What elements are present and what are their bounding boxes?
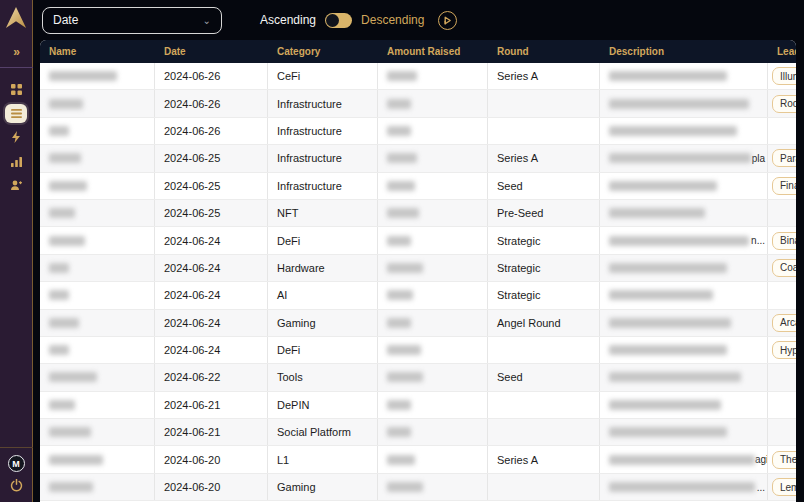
redacted-text [609, 400, 721, 410]
column-header[interactable]: Category [268, 40, 378, 63]
table-row[interactable]: 2024-06-24DeFiHyper [40, 337, 796, 364]
redacted-text [387, 153, 417, 163]
lead-investor-cell: Illumi [768, 63, 796, 89]
run-button[interactable] [438, 11, 457, 30]
table-row[interactable]: 2024-06-24GamingAngel RoundArca [40, 310, 796, 337]
round-cell [488, 474, 600, 500]
category-cell: Gaming [268, 310, 378, 336]
lead-investor-badge[interactable]: Arca [772, 314, 796, 332]
date-cell: 2024-06-24 [155, 310, 268, 336]
round-cell: Pre-Seed [488, 200, 600, 226]
lead-investor-cell [768, 200, 796, 226]
table-row[interactable]: 2024-06-20L1Series AagiThe S [40, 446, 796, 473]
category-cell: DePIN [268, 392, 378, 418]
column-header[interactable]: Description [600, 40, 768, 63]
date-cell: 2024-06-24 [155, 337, 268, 363]
redacted-text [387, 290, 413, 300]
description-cell: ... [600, 474, 768, 500]
round-cell [488, 392, 600, 418]
table-row[interactable]: 2024-06-26CeFiSeries AIllumi [40, 63, 796, 90]
name-cell [40, 255, 155, 281]
description-cell [600, 392, 768, 418]
lead-investor-badge[interactable]: The S [772, 451, 796, 469]
category-cell: AI [268, 282, 378, 308]
list-icon [11, 105, 22, 123]
date-cell: 2024-06-20 [155, 446, 268, 472]
redacted-text [387, 71, 417, 81]
lead-investor-badge[interactable]: Illumi [772, 67, 796, 85]
name-cell [40, 200, 155, 226]
sort-direction-toggle[interactable] [325, 13, 352, 28]
lead-investor-badge[interactable]: Final [772, 177, 796, 195]
amount-cell [378, 337, 488, 363]
round-cell: Series A [488, 63, 600, 89]
name-cell [40, 474, 155, 500]
redacted-text [609, 71, 727, 81]
redacted-text [609, 372, 741, 382]
table-row[interactable]: 2024-06-25InfrastructureSeries AplaParad [40, 145, 796, 172]
table-row[interactable]: 2024-06-25InfrastructureSeedFinal [40, 173, 796, 200]
sidebar-item-users[interactable] [5, 176, 27, 195]
redacted-text [387, 263, 423, 273]
table-row[interactable]: 2024-06-21DePIN [40, 392, 796, 419]
toggle-knob [326, 14, 339, 27]
sidebar-item-dashboard[interactable] [5, 80, 27, 99]
table-row[interactable]: 2024-06-24DeFiStrategicn...Binan [40, 227, 796, 254]
column-header[interactable]: Date [155, 40, 268, 63]
date-cell: 2024-06-20 [155, 474, 268, 500]
amount-cell [378, 255, 488, 281]
sidebar-expand-icon[interactable]: » [13, 45, 19, 59]
lead-investor-cell [768, 282, 796, 308]
round-cell: Strategic [488, 282, 600, 308]
redacted-text [49, 236, 85, 246]
lead-investor-badge[interactable]: Coatu [772, 259, 796, 277]
lead-investor-badge[interactable]: Hyper [772, 341, 796, 359]
amount-cell [378, 118, 488, 144]
table-row[interactable]: 2024-06-24HardwareStrategicCoatu [40, 255, 796, 282]
lead-investor-badge[interactable]: Rocke [772, 95, 796, 113]
table-row[interactable]: 2024-06-21Social Platform [40, 419, 796, 446]
chevron-down-icon: ⌄ [203, 15, 211, 26]
redacted-text [387, 372, 423, 382]
column-header[interactable]: Round [488, 40, 600, 63]
redacted-text [387, 181, 415, 191]
table-row[interactable]: 2024-06-26Infrastructure [40, 118, 796, 145]
description-cell [600, 419, 768, 445]
toolbar: Date ⌄ Ascending Descending [33, 0, 804, 40]
redacted-text [609, 263, 727, 273]
bolt-icon [11, 129, 21, 147]
lead-investor-badge[interactable]: Lemn [772, 478, 796, 496]
column-header[interactable]: Name [40, 40, 155, 63]
table-row[interactable]: 2024-06-25NFTPre-Seed [40, 200, 796, 227]
table-row[interactable]: 2024-06-24AIStrategic [40, 282, 796, 309]
date-cell: 2024-06-26 [155, 90, 268, 116]
sidebar-item-activity[interactable] [5, 128, 27, 147]
sort-field-dropdown[interactable]: Date ⌄ [42, 7, 222, 34]
round-cell [488, 337, 600, 363]
amount-cell [378, 63, 488, 89]
amount-cell [378, 392, 488, 418]
redacted-text [49, 290, 69, 300]
amount-cell [378, 227, 488, 253]
lead-investor-badge[interactable]: Binan [772, 232, 796, 250]
category-cell: Infrastructure [268, 145, 378, 171]
table-row[interactable]: 2024-06-26InfrastructureRocke [40, 90, 796, 117]
redacted-text [609, 290, 713, 300]
sidebar-item-list-active[interactable] [5, 104, 27, 123]
user-avatar[interactable]: M [8, 455, 25, 472]
column-header[interactable]: Lead I [768, 40, 796, 63]
lead-investor-cell [768, 118, 796, 144]
table-row[interactable]: 2024-06-22ToolsSeed [40, 364, 796, 391]
lead-investor-badge[interactable]: Parad [772, 149, 796, 167]
description-cell: pla [600, 145, 768, 171]
redacted-text [387, 99, 411, 109]
round-cell [488, 118, 600, 144]
amount-cell [378, 446, 488, 472]
description-tail-text: pla [752, 153, 765, 164]
round-cell: Series A [488, 145, 600, 171]
power-icon[interactable] [10, 478, 23, 496]
sidebar: » [0, 0, 33, 502]
table-row[interactable]: 2024-06-20Gaming...Lemn [40, 474, 796, 501]
column-header[interactable]: Amount Raised [378, 40, 488, 63]
sidebar-item-analytics[interactable] [5, 152, 27, 171]
